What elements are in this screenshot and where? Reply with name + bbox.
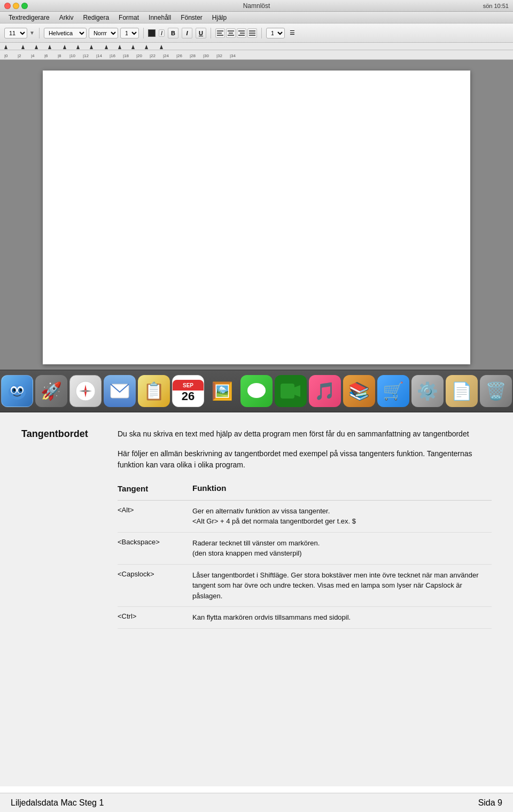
style-select[interactable]: Normal [89, 28, 118, 38]
ruler-triangle-row [0, 43, 513, 50]
menu-hjalp[interactable]: Hjälp [208, 13, 231, 22]
key-alt: <Alt> [118, 500, 192, 532]
underline-button[interactable]: U [196, 28, 206, 38]
align-justify-button[interactable] [247, 28, 257, 38]
dock-prefs-icon[interactable]: ⚙️ [411, 375, 444, 407]
menu-arkiv[interactable]: Arkiv [55, 13, 78, 22]
svg-marker-6 [90, 45, 93, 49]
svg-text:|16: |16 [110, 53, 116, 58]
window-controls[interactable] [0, 3, 28, 9]
svg-text:|8: |8 [58, 53, 61, 58]
svg-marker-2 [35, 45, 38, 49]
svg-text:|24: |24 [163, 53, 169, 58]
svg-marker-8 [118, 45, 121, 49]
facetime-svg [280, 383, 301, 399]
svg-text:|30: |30 [203, 53, 209, 58]
align-right-button[interactable] [237, 28, 246, 38]
svg-text:|4: |4 [31, 53, 35, 58]
alignment-group [215, 28, 257, 38]
content-inner: Tangentbordet Du ska nu skriva en text m… [21, 428, 492, 629]
svg-marker-4 [63, 45, 66, 49]
align-center-button[interactable] [226, 28, 236, 38]
close-button[interactable] [4, 3, 11, 9]
dock-music-icon[interactable]: 🎵 [309, 375, 341, 407]
svg-marker-1 [21, 45, 25, 49]
svg-text:|22: |22 [150, 53, 156, 58]
svg-point-44 [247, 383, 266, 398]
dock-launchpad-icon[interactable]: 🚀 [35, 375, 67, 407]
toolbar: 11 ▼ Helvetica Normal 12 I B I U [0, 24, 513, 43]
window-title: Namnlöst [243, 2, 270, 10]
dock-notes-icon[interactable]: 📋 [138, 375, 170, 407]
bold-button[interactable]: B [168, 28, 178, 38]
dock-photos-icon[interactable]: 🖼️ [206, 375, 238, 407]
svg-marker-47 [294, 385, 300, 397]
font-select[interactable]: Helvetica [44, 28, 87, 38]
content-area: Tangentbordet Du ska nu skriva en text m… [0, 412, 513, 786]
dock-books-icon[interactable]: 📚 [343, 375, 375, 407]
col-funktion-header: Funktion [192, 479, 492, 500]
dock-documents-icon[interactable]: 📄 [446, 375, 478, 407]
dock-safari-icon[interactable] [69, 375, 102, 407]
svg-text:|10: |10 [69, 53, 76, 58]
svg-marker-11 [160, 45, 163, 49]
menu-format[interactable]: Format [114, 13, 143, 22]
menu-innehall[interactable]: Innehåll [144, 13, 175, 22]
func-alt: Ger en alternativ funktion av vissa tang… [192, 500, 492, 532]
svg-marker-10 [145, 45, 148, 49]
dock-facetime-icon[interactable] [275, 375, 307, 407]
spacing-select[interactable]: 1,0 [266, 28, 285, 38]
func-ctrl: Kan flytta markören ordvis tillsammans m… [192, 607, 492, 629]
key-ctrl: <Ctrl> [118, 607, 192, 629]
dock-mail-icon[interactable] [104, 375, 136, 407]
list-button[interactable]: ☰ [288, 29, 297, 36]
svg-text:|6: |6 [44, 53, 48, 58]
intro-paragraph-1: Du ska nu skriva en text med hjälp av de… [118, 428, 492, 440]
menu-redigera[interactable]: Redigera [79, 13, 113, 22]
section-title: Tangentbordet [21, 428, 107, 440]
svg-point-37 [20, 389, 22, 392]
svg-point-31 [9, 385, 26, 400]
func-capslock: Låser tangentbordet i Shiftläge. Ger sto… [192, 564, 492, 607]
table-row: <Capslock> Låser tangentbordet i Shiftlä… [118, 564, 492, 607]
toolbar-sep-1 [39, 28, 40, 38]
svg-text:|26: |26 [176, 53, 183, 58]
svg-text:|32: |32 [216, 53, 223, 58]
svg-text:|2: |2 [18, 53, 21, 58]
svg-text:|12: |12 [83, 53, 89, 58]
toolbar-sep-3 [211, 28, 211, 38]
view-options-group: 11 ▼ [4, 28, 35, 38]
italic-button[interactable]: I [182, 28, 192, 38]
menu-app[interactable]: Textredigerare [4, 13, 54, 22]
finder-face-svg [6, 380, 28, 402]
ruler: |0 |2 |4 |6 |8 |10 |12 |14 |16 |18 |20 |… [0, 50, 513, 60]
left-column: Tangentbordet [21, 428, 107, 629]
minimize-button[interactable] [13, 3, 19, 9]
table-header-row: Tangent Funktion [118, 479, 492, 500]
safari-svg [75, 380, 96, 402]
dock-appstore-icon[interactable]: 🛒 [377, 375, 409, 407]
svg-marker-7 [105, 45, 108, 49]
intro-paragraph-2: Här följer en allmän beskrivning av tang… [118, 448, 492, 471]
ruler-triangles-svg [0, 43, 502, 50]
table-row: <Backspace> Raderar tecknet till vänster… [118, 532, 492, 564]
dock-messages-icon[interactable] [240, 375, 273, 407]
italic-icon[interactable]: I [159, 29, 165, 37]
dock-trash-icon[interactable]: 🗑️ [480, 375, 512, 407]
mail-svg [110, 384, 129, 399]
svg-text:|0: |0 [4, 53, 8, 58]
document-area[interactable] [0, 60, 513, 370]
dock: 🚀 📋 SEP 26 🖼️ 🎵 📚 🛒 ⚙️ 📄 [0, 370, 513, 412]
color-swatch[interactable] [148, 29, 156, 37]
title-bar: Namnlöst sön 10:51 [0, 0, 513, 12]
dock-calendar-icon[interactable]: SEP 26 [172, 375, 204, 407]
toolbar-sep-2 [143, 28, 144, 38]
menu-fonster[interactable]: Fönster [176, 13, 207, 22]
size-select[interactable]: 12 [120, 28, 139, 38]
messages-svg [246, 381, 267, 401]
view-select[interactable]: 11 [4, 28, 27, 38]
align-left-button[interactable] [215, 28, 225, 38]
maximize-button[interactable] [21, 3, 28, 9]
dock-finder-icon[interactable] [1, 375, 33, 407]
font-group: Helvetica Normal 12 [44, 28, 139, 38]
